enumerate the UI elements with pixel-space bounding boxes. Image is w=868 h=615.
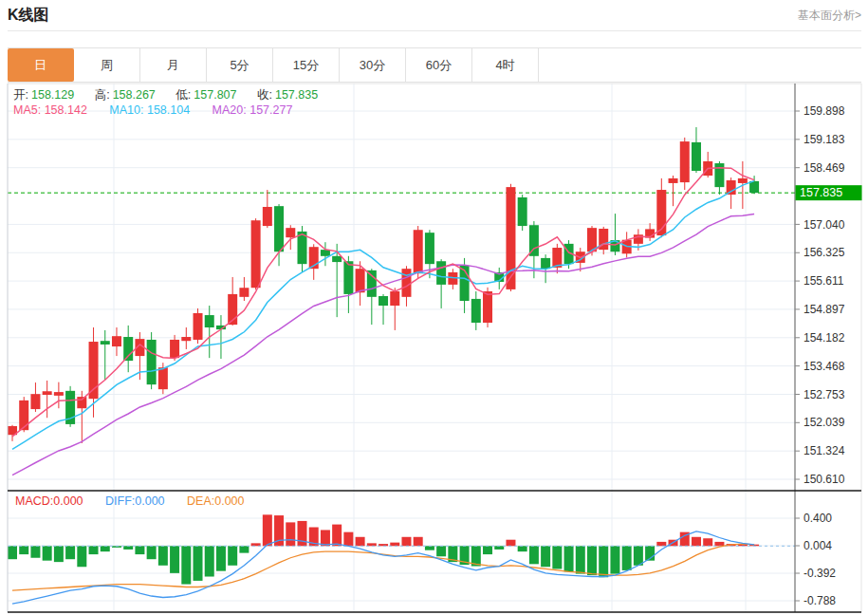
diff-value: DIFF:0.000 — [105, 494, 165, 508]
tab-60min[interactable]: 60分 — [406, 48, 472, 82]
current-price-badge: 157.835 — [796, 185, 862, 200]
low-label: 低: — [175, 88, 191, 102]
svg-text:159.183: 159.183 — [803, 133, 845, 146]
ma5-legend: MA5: 158.142 — [13, 103, 87, 117]
close-label: 收: — [257, 88, 272, 102]
svg-text:150.610: 150.610 — [803, 473, 845, 486]
svg-text:0.004: 0.004 — [803, 539, 832, 552]
tab-week[interactable]: 周 — [74, 48, 140, 82]
macd-legend: MACD:0.000 DIFF:0.000 DEA:0.000 — [15, 494, 264, 508]
ohlc-legend: 开:158.129 高:158.267 低:157.807 收:157.835 — [13, 87, 335, 103]
macd-axis: 0.4000.004-0.392-0.788 — [795, 512, 836, 607]
period-tabs: 日 周 月 5分 15分 30分 60分 4时 — [8, 47, 861, 83]
svg-text:155.611: 155.611 — [803, 274, 844, 288]
tab-day[interactable]: 日 — [8, 48, 74, 82]
ma-legend: MA5: 158.142 MA10: 158.104 MA20: 157.277 — [13, 103, 311, 117]
svg-text:152.753: 152.753 — [803, 388, 845, 401]
tab-15min[interactable]: 15分 — [273, 48, 340, 82]
dea-value: DEA:0.000 — [187, 494, 244, 508]
svg-text:-0.392: -0.392 — [803, 567, 836, 580]
svg-text:159.898: 159.898 — [803, 104, 845, 118]
ma10-legend: MA10: 158.104 — [109, 103, 190, 117]
svg-text:0.400: 0.400 — [803, 512, 832, 525]
macd-value: MACD:0.000 — [15, 494, 83, 508]
high-value: 158.267 — [113, 88, 156, 102]
header: K线图 基本面分析> — [8, 0, 861, 31]
svg-text:156.325: 156.325 — [803, 246, 845, 259]
page-title: K线图 — [8, 6, 49, 26]
svg-text:151.324: 151.324 — [803, 444, 845, 457]
svg-text:157.040: 157.040 — [803, 218, 845, 232]
svg-text:153.468: 153.468 — [803, 360, 845, 373]
svg-text:157.835: 157.835 — [800, 186, 842, 199]
fundamental-analysis-link[interactable]: 基本面分析> — [798, 8, 861, 24]
svg-text:152.039: 152.039 — [803, 416, 845, 429]
open-label: 开: — [13, 88, 28, 102]
high-label: 高: — [95, 88, 110, 102]
svg-text:154.182: 154.182 — [803, 331, 845, 345]
price-axis: 159.898159.183158.469157.040156.325155.6… — [795, 104, 845, 486]
svg-text:158.469: 158.469 — [803, 161, 845, 175]
close-value: 157.835 — [275, 88, 318, 102]
low-value: 157.807 — [194, 88, 236, 102]
tab-month[interactable]: 月 — [140, 48, 207, 82]
tab-4hour[interactable]: 4时 — [472, 48, 539, 82]
svg-text:-0.788: -0.788 — [803, 594, 836, 607]
diff-line — [12, 531, 754, 604]
tab-30min[interactable]: 30分 — [340, 48, 406, 82]
open-value: 158.129 — [31, 88, 74, 102]
svg-text:154.897: 154.897 — [803, 303, 845, 316]
ma20-legend: MA20: 157.277 — [212, 103, 293, 117]
tab-5min[interactable]: 5分 — [207, 48, 273, 82]
